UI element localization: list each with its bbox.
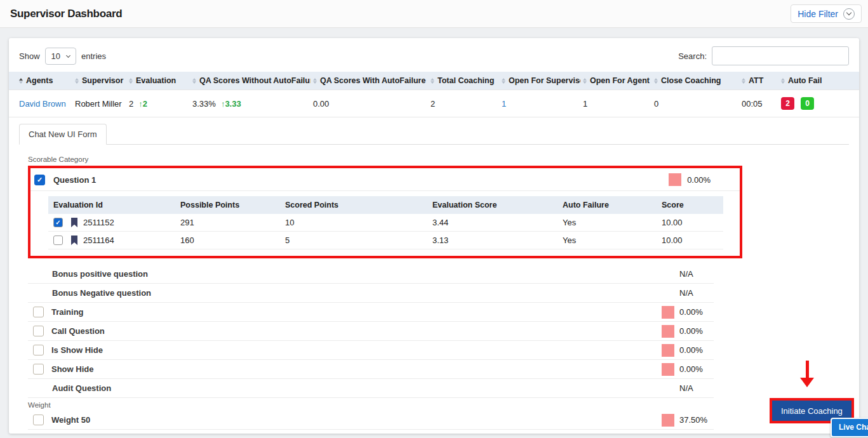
col-label: Evaluation bbox=[136, 76, 176, 85]
supervisor-name: Robert Miller bbox=[72, 90, 126, 117]
bookmark-icon bbox=[70, 218, 78, 227]
question-checkbox[interactable] bbox=[33, 415, 44, 425]
agents-table: Agents Supervisor Evaluation QA Scores W… bbox=[9, 72, 859, 117]
col-qa-with-autofailure[interactable]: QA Scores With AutoFailure bbox=[310, 72, 428, 90]
col-auto-fail[interactable]: Auto Fail bbox=[778, 72, 859, 90]
col-total-coaching[interactable]: Total Coaching bbox=[428, 72, 499, 90]
live-chat-button[interactable]: Live Chat bbox=[831, 418, 868, 437]
scored-points: 5 bbox=[280, 232, 427, 249]
table-controls: Show 10 entries Search: bbox=[9, 38, 859, 72]
page-size-select[interactable]: 10 bbox=[45, 48, 76, 65]
evaluation-id-link[interactable]: 2511152 bbox=[83, 218, 114, 227]
sort-icon bbox=[583, 78, 587, 84]
chevron-down-circle-icon[interactable] bbox=[843, 8, 855, 20]
highlighted-region: ✓ Question 1 0.00% Evaluation Id Possibl… bbox=[28, 166, 742, 258]
col-open-for-supervisor[interactable]: Open For Supervisor bbox=[499, 72, 580, 90]
question-checkbox[interactable] bbox=[33, 364, 44, 375]
col-label: QA Scores Without AutoFailure bbox=[199, 76, 310, 85]
auto-fail-badge: 2 bbox=[781, 97, 794, 110]
auto-fail-cell: 20 bbox=[778, 90, 859, 117]
score-swatch bbox=[662, 325, 674, 338]
hide-filter-label: Hide Filter bbox=[798, 9, 838, 19]
col-score: Score bbox=[657, 196, 723, 214]
evaluations-table: Evaluation Id Possible Points Scored Poi… bbox=[48, 196, 723, 249]
search-input[interactable] bbox=[712, 46, 849, 65]
col-close-coaching[interactable]: Close Coaching bbox=[651, 72, 739, 90]
pass-badge: 0 bbox=[801, 97, 814, 110]
page-size-value: 10 bbox=[51, 51, 60, 61]
col-label: QA Scores With AutoFailure bbox=[320, 76, 425, 85]
question-label: Show Hide bbox=[51, 364, 93, 374]
col-qa-without-autofailure[interactable]: QA Scores Without AutoFailure bbox=[190, 72, 310, 90]
col-supervisor[interactable]: Supervisor bbox=[72, 72, 126, 90]
check-icon: ✓ bbox=[55, 219, 60, 226]
question-row-bonus-positive: Bonus positive question N/A bbox=[28, 265, 714, 284]
evaluation-checkbox[interactable]: ✓ bbox=[53, 218, 63, 227]
entries-label: entries bbox=[81, 51, 106, 61]
col-label: Open For Supervisor bbox=[509, 76, 580, 85]
evaluations-header-row: Evaluation Id Possible Points Scored Poi… bbox=[48, 196, 723, 214]
agent-row: David Brown Robert Miller 2↑2 3.33%↑3.33… bbox=[9, 90, 859, 117]
question-1-checkbox[interactable]: ✓ bbox=[34, 175, 45, 185]
question-list: Bonus positive question N/A Bonus Negati… bbox=[28, 265, 714, 430]
question-value: 37.50% bbox=[679, 415, 707, 425]
col-evaluation[interactable]: Evaluation bbox=[126, 72, 190, 90]
scored-points: 10 bbox=[280, 214, 427, 232]
question-label: Training bbox=[51, 307, 84, 317]
sort-icon bbox=[742, 78, 745, 84]
sort-icon bbox=[313, 78, 317, 84]
chevron-down-icon bbox=[66, 53, 70, 57]
search-label: Search: bbox=[678, 51, 707, 61]
agent-name-link[interactable]: David Brown bbox=[19, 99, 66, 109]
open-for-supervisor-link[interactable]: 1 bbox=[502, 99, 506, 109]
sort-icon bbox=[431, 78, 434, 84]
question-value: N/A bbox=[679, 269, 693, 279]
weight-section-label: Weight bbox=[28, 401, 714, 409]
search-control: Search: bbox=[678, 46, 849, 65]
evaluation-checkbox[interactable] bbox=[53, 236, 63, 245]
sort-icon bbox=[502, 78, 505, 84]
scorable-category-label: Scorable Category bbox=[28, 156, 859, 163]
qa-without-cell: 3.33%↑3.33 bbox=[190, 90, 310, 117]
col-label: Total Coaching bbox=[437, 76, 494, 85]
score: 10.00 bbox=[657, 232, 723, 249]
possible-points: 160 bbox=[175, 232, 280, 249]
question-value: 0.00% bbox=[679, 307, 703, 317]
tab-chat-new-ui-form[interactable]: Chat New UI Form bbox=[19, 124, 107, 145]
question-row-bonus-negative: Bonus Negative question N/A bbox=[28, 284, 714, 303]
question-label: Bonus Negative question bbox=[52, 288, 151, 298]
hide-filter-button[interactable]: Hide Filter bbox=[791, 4, 862, 23]
question-checkbox[interactable] bbox=[33, 345, 44, 355]
score: 10.00 bbox=[657, 214, 723, 232]
col-label: Agents bbox=[26, 76, 53, 85]
col-agents[interactable]: Agents bbox=[9, 72, 72, 90]
evaluation-id-link[interactable]: 2511164 bbox=[83, 236, 114, 245]
att-cell: 00:05 bbox=[739, 90, 778, 117]
qa-with-cell: 0.00 bbox=[310, 90, 428, 117]
page-size-control: Show 10 entries bbox=[19, 48, 106, 65]
col-scored-points: Scored Points bbox=[280, 196, 427, 214]
check-icon: ✓ bbox=[37, 176, 43, 184]
col-att[interactable]: ATT bbox=[739, 72, 778, 90]
total-coaching-cell: 2 bbox=[428, 90, 499, 117]
sort-icon bbox=[781, 78, 785, 84]
possible-points: 291 bbox=[175, 214, 280, 232]
question-row-training: Training 0.00% bbox=[28, 303, 714, 322]
sort-icon bbox=[129, 78, 133, 84]
question-1-row: ✓ Question 1 0.00% bbox=[30, 168, 740, 191]
col-label: Auto Fail bbox=[788, 76, 822, 85]
bookmark-icon bbox=[70, 236, 78, 245]
question-checkbox[interactable] bbox=[33, 326, 44, 336]
auto-failure: Yes bbox=[558, 214, 657, 232]
question-row-is-show-hide: Is Show Hide 0.00% bbox=[28, 341, 714, 360]
question-checkbox[interactable] bbox=[33, 307, 44, 317]
question-row-audit-question: Audit Question N/A bbox=[28, 379, 714, 398]
question-label: Audit Question bbox=[52, 383, 111, 393]
sort-icon bbox=[19, 78, 23, 84]
auto-failure: Yes bbox=[558, 232, 657, 249]
question-value: 0.00% bbox=[679, 364, 703, 374]
annotation-arrow-icon bbox=[799, 361, 815, 387]
col-open-for-agent[interactable]: Open For Agent bbox=[580, 72, 651, 90]
question-label: Call Question bbox=[51, 326, 105, 336]
col-label: ATT bbox=[749, 76, 763, 85]
